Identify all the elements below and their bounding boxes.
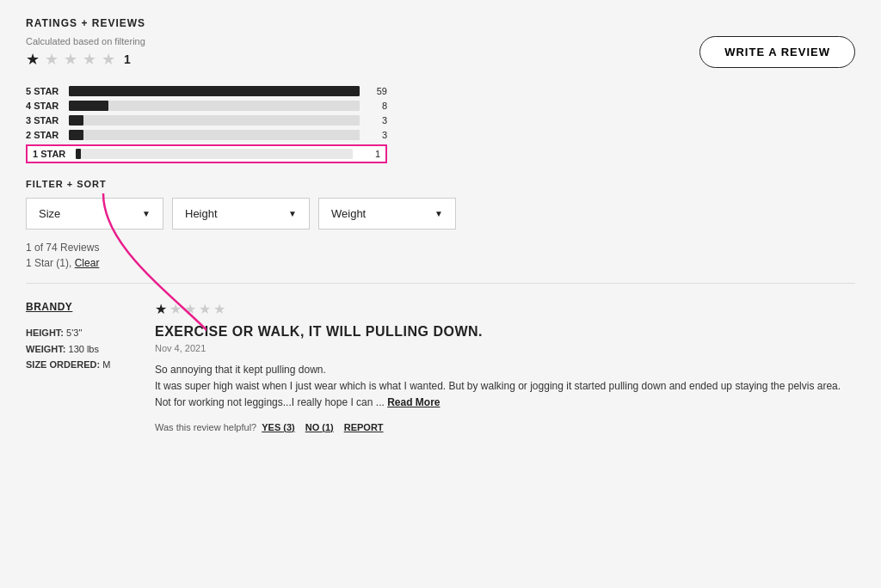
- height-dropdown[interactable]: Height ▼: [172, 198, 310, 230]
- bar-count-5star: 59: [367, 86, 387, 96]
- review-star-1: ★: [155, 301, 167, 317]
- bar-label-5star: 5 Star: [26, 86, 62, 96]
- yes-link[interactable]: YES (3): [262, 422, 295, 432]
- bar-track-1star: [76, 149, 353, 159]
- bar-count-3star: 3: [367, 115, 387, 126]
- bar-label-1star: 1 STAR: [33, 149, 69, 159]
- helpful-row: Was this review helpful? YES (3) NO (1) …: [155, 422, 855, 432]
- active-filter-text: 1 Star (1),: [26, 257, 71, 269]
- review-body-line1: So annoying that it kept pulling down.: [155, 364, 326, 376]
- filter-sort-label: FILTER + SORT: [26, 179, 855, 189]
- rating-bars: 5 Star 59 4 Star 8 3 Star 3 2 Star: [26, 86, 387, 163]
- bar-label-3star: 3 Star: [26, 115, 62, 126]
- bar-label-2star: 2 Star: [26, 130, 62, 140]
- helpful-text: Was this review helpful?: [155, 422, 256, 432]
- bar-label-4star: 4 Star: [26, 101, 62, 111]
- review-title: EXERCISE OR WALK, IT WILL PULLING DOWN.: [155, 324, 855, 340]
- bar-row-1star[interactable]: 1 STAR 1: [26, 144, 387, 163]
- page-container: RATINGS + REVIEWS Calculated based on fi…: [0, 0, 881, 588]
- no-link[interactable]: NO (1): [305, 422, 334, 432]
- weight-dropdown[interactable]: Weight ▼: [318, 198, 456, 230]
- review-body: So annoying that it kept pulling down. I…: [155, 362, 855, 412]
- bar-fill-5star: [69, 86, 360, 96]
- review-date: Nov 4, 2021: [155, 343, 855, 353]
- review-stars: ★ ★ ★ ★ ★: [155, 301, 855, 317]
- review-star-4: ★: [199, 301, 211, 317]
- review-star-3: ★: [184, 301, 196, 317]
- clear-link[interactable]: Clear: [75, 257, 100, 269]
- review-star-5: ★: [213, 301, 225, 317]
- reviewer-height: HEIGHT: 5'3": [26, 325, 129, 341]
- weight-dropdown-label: Weight: [331, 207, 366, 220]
- reviewer-weight: WEIGHT: 130 lbs: [26, 341, 129, 358]
- read-more-link[interactable]: Read More: [387, 396, 440, 408]
- overall-star-2: ★: [45, 50, 59, 69]
- section-title: RATINGS + REVIEWS: [26, 17, 855, 29]
- review-star-2: ★: [169, 301, 182, 317]
- reviewer-info: BRANDY HEIGHT: 5'3" WEIGHT: 130 lbs SIZE…: [26, 301, 129, 432]
- overall-star-4: ★: [83, 50, 96, 69]
- size-dropdown[interactable]: Size ▼: [26, 198, 163, 230]
- review-count-info: 1 of 74 Reviews: [26, 242, 855, 254]
- dropdowns-row: Size ▼ Height ▼ Weight ▼: [26, 198, 855, 230]
- report-link[interactable]: REPORT: [344, 422, 384, 432]
- review-content: ★ ★ ★ ★ ★ EXERCISE OR WALK, IT WILL PULL…: [155, 301, 855, 432]
- overall-star-5: ★: [102, 50, 115, 69]
- bar-track-5star: [69, 86, 360, 96]
- height-chevron-icon: ▼: [288, 209, 297, 218]
- bar-fill-2star: [69, 130, 83, 140]
- bar-fill-1star: [76, 149, 81, 159]
- overall-star-3: ★: [64, 50, 77, 69]
- review-body-line3: Not for working not leggings...I really …: [155, 396, 387, 408]
- rating-summary: Calculated based on filtering ★ ★ ★ ★ ★ …: [26, 36, 145, 69]
- overall-star-1: ★: [26, 50, 40, 69]
- bar-track-4star: [69, 101, 360, 111]
- bar-fill-4star: [69, 101, 108, 111]
- overall-rating: ★ ★ ★ ★ ★ 1: [26, 50, 145, 69]
- size-dropdown-label: Size: [39, 207, 60, 220]
- bar-count-4star: 8: [367, 101, 387, 111]
- reviewer-stats: HEIGHT: 5'3" WEIGHT: 130 lbs SIZE ORDERE…: [26, 325, 129, 373]
- write-review-button[interactable]: WRITE A REVIEW: [699, 36, 855, 68]
- bar-row-4star[interactable]: 4 Star 8: [26, 101, 387, 111]
- bar-fill-3star: [69, 115, 83, 126]
- review-section: BRANDY HEIGHT: 5'3" WEIGHT: 130 lbs SIZE…: [26, 283, 855, 432]
- bar-count-1star: 1: [360, 149, 380, 159]
- review-body-line2: It was super high waist when I just wear…: [155, 380, 841, 392]
- weight-chevron-icon: ▼: [434, 209, 443, 218]
- top-row: Calculated based on filtering ★ ★ ★ ★ ★ …: [26, 36, 855, 69]
- active-filter: 1 Star (1), Clear: [26, 257, 855, 269]
- bar-track-2star: [69, 130, 360, 140]
- reviewer-name[interactable]: BRANDY: [26, 301, 129, 313]
- bar-track-3star: [69, 115, 360, 126]
- reviewer-size: SIZE ORDERED: M: [26, 357, 129, 373]
- height-dropdown-label: Height: [185, 207, 218, 220]
- size-chevron-icon: ▼: [142, 209, 151, 218]
- calc-label: Calculated based on filtering: [26, 36, 145, 46]
- bar-row-5star[interactable]: 5 Star 59: [26, 86, 387, 96]
- bar-row-2star[interactable]: 2 Star 3: [26, 130, 387, 140]
- bar-count-2star: 3: [367, 130, 387, 140]
- bar-row-3star[interactable]: 3 Star 3: [26, 115, 387, 126]
- overall-count: 1: [124, 52, 131, 66]
